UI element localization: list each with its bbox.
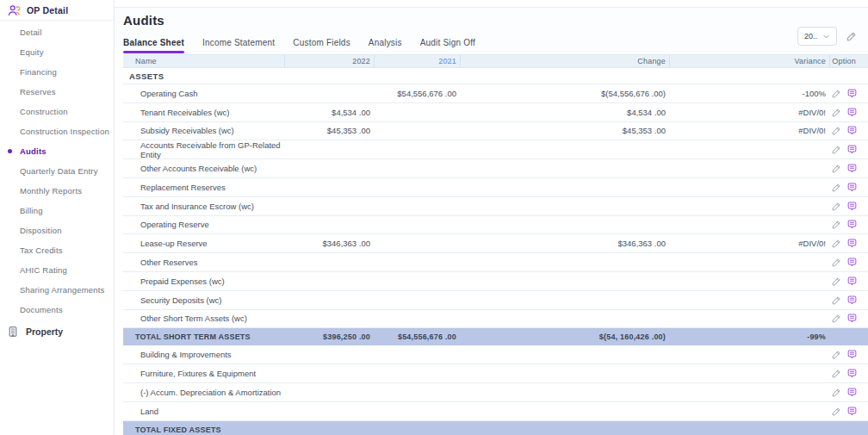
sidebar-footer-label: Property: [26, 326, 63, 337]
comment-icon[interactable]: [846, 219, 858, 230]
sidebar-item-disposition[interactable]: Disposition: [0, 221, 114, 240]
comment-icon[interactable]: [846, 295, 858, 306]
table-row-land[interactable]: Land: [123, 402, 868, 421]
table-row-furniture-fixtures-equipment[interactable]: Furniture, Fixtures & Equipment: [123, 364, 868, 383]
table-row-building-improvements[interactable]: Building & Improvements: [123, 345, 868, 364]
row-change: $(54, 160,426 .00): [460, 332, 669, 341]
comment-icon[interactable]: [846, 201, 858, 212]
sidebar-section-title: OP Detail: [27, 5, 68, 16]
table-row-other-short-term-assets-wc[interactable]: Other Short Term Assets (wc): [123, 310, 868, 329]
tab-analysis[interactable]: Analysis: [369, 38, 402, 49]
column-header-2021[interactable]: 2021: [374, 55, 460, 67]
sidebar-header-op-detail[interactable]: OP Detail: [0, 0, 114, 21]
edit-icon[interactable]: [831, 182, 842, 193]
comment-icon[interactable]: [846, 368, 858, 379]
sidebar-item-label: Disposition: [20, 226, 62, 235]
comment-icon[interactable]: [846, 144, 858, 155]
edit-icon[interactable]: [831, 144, 842, 155]
row-name: Prepaid Expenses (wc): [123, 277, 284, 286]
edit-icon[interactable]: [831, 313, 842, 324]
sidebar-item-construction-inspection[interactable]: Construction Inspection: [0, 121, 114, 141]
tab-custom-fields[interactable]: Custom Fields: [293, 38, 350, 49]
table-row-prepaid-expenses-wc[interactable]: Prepaid Expenses (wc): [123, 272, 868, 291]
year-dropdown[interactable]: 20..: [797, 27, 837, 46]
tab-income-statement[interactable]: Income Statement: [202, 38, 275, 49]
table-row-accum-depreciation-amortization[interactable]: (-) Accum. Depreciation & Amortization: [123, 383, 868, 402]
table-total-row-total-short-term-assets[interactable]: TOTAL SHORT TERM ASSETS $396,250 .00 $54…: [123, 328, 868, 345]
sidebar-item-reserves[interactable]: Reserves: [0, 82, 114, 102]
edit-icon[interactable]: [831, 125, 842, 136]
edit-icon[interactable]: [831, 406, 842, 417]
edit-icon[interactable]: [846, 30, 858, 42]
row-name: Other Short Term Assets (wc): [123, 314, 284, 323]
edit-icon[interactable]: [831, 276, 842, 287]
table-total-row-total-fixed-assets[interactable]: TOTAL FIXED ASSETS: [123, 421, 868, 435]
table-row-operating-cash[interactable]: Operating Cash $54,556,676 .00 $(54,556,…: [123, 84, 868, 103]
comment-icon[interactable]: [846, 387, 858, 398]
table-row-tax-and-insurance-escrow-wc[interactable]: Tax and Insurance Escrow (wc): [123, 197, 868, 216]
table-row-accounts-receivable-from-gp-related-entity[interactable]: Accounts Receivable from GP-Related Enti…: [123, 140, 868, 159]
table-row-tenant-receivables-wc[interactable]: Tenant Receivables (wc) $4,534 .00 $4,53…: [123, 103, 868, 122]
comment-icon[interactable]: [846, 125, 858, 136]
row-name: Furniture, Fixtures & Equipment: [123, 369, 284, 378]
sidebar-item-sharing-arrangements[interactable]: Sharing Arrangements: [0, 280, 114, 300]
table-row-subsidy-receivables-wc[interactable]: Subsidy Receivables (wc) $45,353 .00 $45…: [123, 122, 868, 141]
sidebar-item-label: AHIC Rating: [20, 265, 67, 275]
table-row-lease-up-reserve[interactable]: Lease-up Reserve $346,363 .00 $346,363 .…: [123, 234, 868, 253]
row-name: TOTAL FIXED ASSETS: [123, 426, 284, 434]
sidebar-nav: Detail Equity Financing Reserves Constru…: [0, 22, 114, 320]
comment-icon[interactable]: [846, 313, 858, 324]
edit-icon[interactable]: [831, 107, 842, 118]
table-row-other-accounts-receivable-wc[interactable]: Other Accounts Receivable (wc): [123, 159, 868, 178]
sidebar-item-tax-credits[interactable]: Tax Credits: [0, 240, 114, 260]
column-header-name: Name: [123, 55, 284, 67]
edit-icon[interactable]: [831, 349, 842, 360]
comment-icon[interactable]: [846, 163, 858, 174]
sidebar-item-documents[interactable]: Documents: [0, 300, 114, 320]
sidebar-item-financing[interactable]: Financing: [0, 62, 114, 82]
comment-icon[interactable]: [846, 182, 858, 193]
edit-icon[interactable]: [831, 88, 842, 99]
edit-icon[interactable]: [831, 201, 842, 212]
sidebar-item-equity[interactable]: Equity: [0, 42, 114, 62]
comment-icon[interactable]: [846, 349, 858, 360]
row-actions: [829, 107, 859, 118]
app-window: OP Detail Detail Equity Financing Reserv…: [0, 0, 868, 435]
edit-icon[interactable]: [831, 387, 842, 398]
edit-icon[interactable]: [831, 238, 842, 249]
sidebar-item-construction[interactable]: Construction: [0, 102, 114, 121]
edit-icon[interactable]: [831, 219, 842, 230]
comment-icon[interactable]: [846, 276, 858, 287]
edit-icon[interactable]: [831, 257, 842, 268]
table-row-replacement-reserves[interactable]: Replacement Reserves: [123, 178, 868, 197]
table-row-security-deposits-wc[interactable]: Security Deposits (wc): [123, 291, 868, 310]
comment-icon[interactable]: [846, 107, 858, 118]
comment-icon[interactable]: [846, 257, 858, 268]
table-section-row-assets[interactable]: ASSETS: [123, 68, 868, 84]
edit-icon[interactable]: [831, 295, 842, 306]
active-dot-icon: [8, 149, 12, 153]
comment-icon[interactable]: [846, 406, 858, 417]
tab-audit-sign-off[interactable]: Audit Sign Off: [420, 38, 475, 49]
sidebar-footer-property[interactable]: Property: [0, 322, 114, 341]
row-name: Tenant Receivables (wc): [123, 108, 284, 117]
table-row-operating-reserve[interactable]: Operating Reserve: [123, 216, 868, 235]
row-actions: [829, 349, 859, 360]
sidebar-item-monthly-reports[interactable]: Monthly Reports: [0, 181, 114, 201]
edit-icon[interactable]: [831, 163, 842, 174]
table-row-other-reserves[interactable]: Other Reserves: [123, 253, 868, 272]
sidebar-item-audits[interactable]: Audits: [0, 141, 114, 161]
comment-icon[interactable]: [846, 88, 858, 99]
sidebar-item-billing[interactable]: Billing: [0, 201, 114, 221]
building-icon: [7, 326, 19, 338]
sidebar-item-detail[interactable]: Detail: [0, 22, 114, 42]
sidebar-item-quarterly-data-entry[interactable]: Quarterly Data Entry: [0, 161, 114, 181]
edit-icon[interactable]: [831, 368, 842, 379]
sidebar-item-ahic-rating[interactable]: AHIC Rating: [0, 260, 114, 280]
tab-balance-sheet[interactable]: Balance Sheet: [123, 38, 184, 49]
row-variance: -100%: [669, 89, 829, 98]
row-value-2021: $54,556,676 .00: [374, 332, 460, 341]
row-actions: [829, 257, 859, 268]
row-value-2022: $396,250 .00: [284, 332, 374, 341]
comment-icon[interactable]: [846, 238, 858, 249]
